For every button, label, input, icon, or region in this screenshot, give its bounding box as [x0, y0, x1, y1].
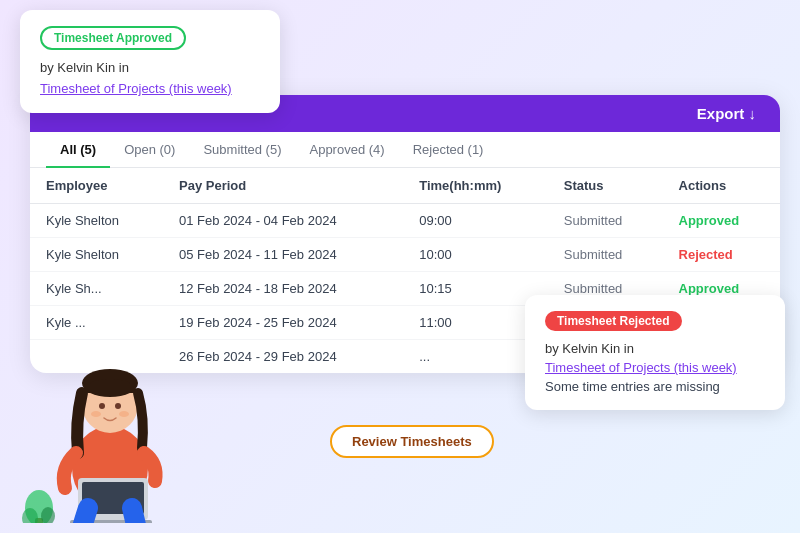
col-status: Status — [548, 168, 663, 204]
svg-point-5 — [91, 411, 101, 417]
cell-status: Submitted — [548, 204, 663, 238]
col-time: Time(hh:mm) — [403, 168, 548, 204]
cell-status: Submitted — [548, 238, 663, 272]
tabs-bar: All (5) Open (0) Submitted (5) Approved … — [30, 132, 780, 168]
svg-point-4 — [115, 403, 121, 409]
cell-action: Rejected — [663, 238, 780, 272]
col-pay-period: Pay Period — [163, 168, 403, 204]
svg-point-6 — [119, 411, 129, 417]
cell-pay-period: 01 Feb 2024 - 04 Feb 2024 — [163, 204, 403, 238]
rejected-link[interactable]: Timesheet of Projects (this week) — [545, 360, 765, 375]
cell-employee: Kyle Shelton — [30, 238, 163, 272]
cell-employee: Kyle Shelton — [30, 204, 163, 238]
col-actions: Actions — [663, 168, 780, 204]
tab-rejected[interactable]: Rejected (1) — [399, 132, 498, 167]
tab-open[interactable]: Open (0) — [110, 132, 189, 167]
col-employee: Employee — [30, 168, 163, 204]
rejected-badge: Timesheet Rejected — [545, 311, 682, 331]
svg-point-3 — [99, 403, 105, 409]
cell-action: Approved — [663, 204, 780, 238]
cell-time: 10:00 — [403, 238, 548, 272]
approved-notification: Timesheet Approved by Kelvin Kin in Time… — [20, 10, 280, 113]
tab-all[interactable]: All (5) — [46, 132, 110, 167]
approved-badge: Timesheet Approved — [40, 26, 186, 50]
cell-time: 09:00 — [403, 204, 548, 238]
export-button[interactable]: Export ↓ — [697, 105, 756, 122]
tab-submitted[interactable]: Submitted (5) — [189, 132, 295, 167]
cell-pay-period: 05 Feb 2024 - 11 Feb 2024 — [163, 238, 403, 272]
review-timesheets-button[interactable]: Review Timesheets — [330, 425, 494, 458]
table-row: Kyle Shelton05 Feb 2024 - 11 Feb 202410:… — [30, 238, 780, 272]
tab-approved[interactable]: Approved (4) — [295, 132, 398, 167]
cell-employee: Kyle Sh... — [30, 272, 163, 306]
character-illustration — [20, 323, 200, 523]
approved-link[interactable]: Timesheet of Projects (this week) — [40, 81, 232, 96]
approved-by-text: by Kelvin Kin in — [40, 60, 260, 75]
cell-pay-period: 12 Feb 2024 - 18 Feb 2024 — [163, 272, 403, 306]
table-row: Kyle Shelton01 Feb 2024 - 04 Feb 202409:… — [30, 204, 780, 238]
rejected-reason: Some time entries are missing — [545, 379, 765, 394]
rejected-notification: Timesheet Rejected by Kelvin Kin in Time… — [525, 295, 785, 410]
rejected-by-text: by Kelvin Kin in — [545, 341, 765, 356]
